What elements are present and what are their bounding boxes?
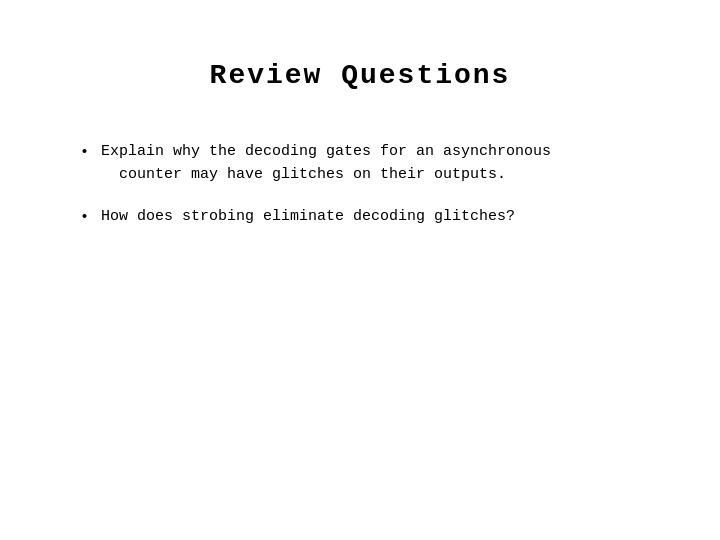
list-item: • Explain why the decoding gates for an … <box>80 141 640 186</box>
bullet-text-2: How does strobing eliminate decoding gli… <box>101 206 515 229</box>
list-item: • How does strobing eliminate decoding g… <box>80 206 640 230</box>
bullet-text-1: Explain why the decoding gates for an as… <box>101 141 551 186</box>
slide-title: Review Questions <box>80 60 640 91</box>
slide-container: Review Questions • Explain why the decod… <box>0 0 720 540</box>
bullet-list: • Explain why the decoding gates for an … <box>80 141 640 230</box>
bullet-dot-1: • <box>80 142 89 165</box>
bullet-dot-2: • <box>80 207 89 230</box>
